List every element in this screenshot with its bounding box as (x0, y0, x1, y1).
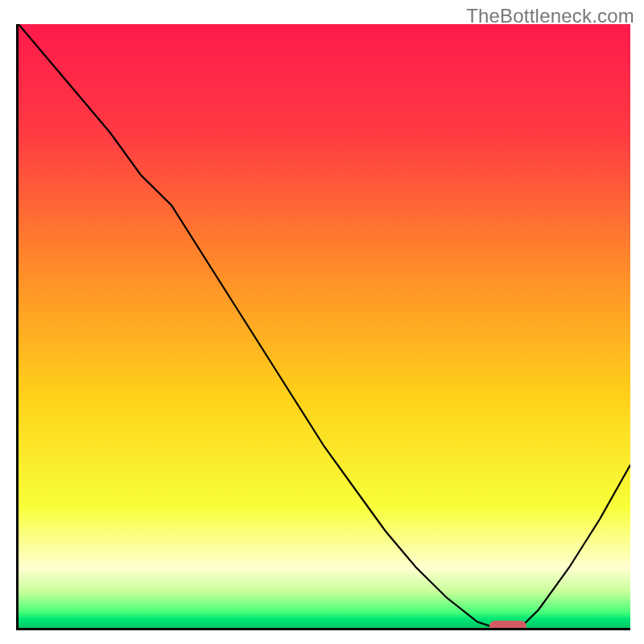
optimal-marker (489, 621, 526, 630)
bottleneck-curve (19, 24, 630, 628)
plot-area (16, 24, 630, 630)
watermark-text: TheBottleneck.com (466, 5, 634, 27)
chart-container: TheBottleneck.com (0, 0, 644, 644)
